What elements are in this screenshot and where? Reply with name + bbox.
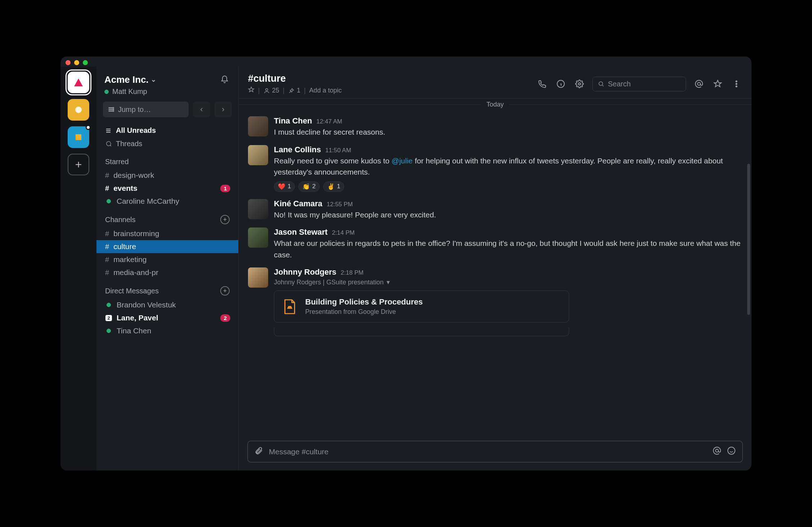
- sidebar-item-marketing[interactable]: # marketing: [96, 253, 238, 266]
- add-topic-link[interactable]: Add a topic: [309, 87, 342, 94]
- channel-title[interactable]: #culture: [248, 73, 342, 84]
- message[interactable]: Kiné Camara 12:55 PM No! It was my pleas…: [248, 195, 742, 224]
- attachment-meta[interactable]: Johnny Rodgers | GSuite presentation ▾: [274, 278, 742, 286]
- avatar[interactable]: [248, 267, 268, 288]
- presence-active-icon: [104, 90, 109, 94]
- window-minimize-button[interactable]: [74, 60, 79, 65]
- hash-icon: #: [105, 230, 109, 238]
- message[interactable]: Johnny Rodgers 2:18 PM Johnny Rodgers | …: [248, 264, 742, 340]
- avatar[interactable]: [248, 228, 268, 248]
- message-timestamp: 2:18 PM: [341, 269, 364, 276]
- sidebar-item-label: media-and-pr: [113, 268, 158, 277]
- scrollbar[interactable]: [747, 164, 750, 315]
- all-unreads-label: All Unreads: [116, 126, 156, 135]
- reaction-bar: ❤️1 👏2 ✌️1: [274, 181, 742, 192]
- message-list[interactable]: Tina Chen 12:47 AM I must decline for se…: [239, 111, 752, 437]
- message-text: What are our policies in regards to pets…: [274, 238, 742, 260]
- window-close-button[interactable]: [66, 60, 71, 65]
- composer-placeholder: Message #culture: [269, 447, 329, 456]
- message-author[interactable]: Johnny Rodgers: [274, 267, 337, 277]
- notifications-bell-icon[interactable]: [219, 74, 230, 85]
- workspace-tile-3[interactable]: [68, 126, 89, 148]
- reaction[interactable]: 👏2: [298, 181, 319, 192]
- section-dms-header[interactable]: Direct Messages +: [96, 279, 238, 298]
- message-author[interactable]: Jason Stewart: [274, 228, 328, 237]
- sidebar-item-design-work[interactable]: # design-work: [96, 169, 238, 182]
- sidebar-item-brainstorming[interactable]: # brainstorming: [96, 227, 238, 240]
- workspace-unread-dot: [86, 125, 91, 130]
- avatar[interactable]: [248, 199, 268, 219]
- sidebar-item-brandon[interactable]: Brandon Velestuk: [96, 298, 238, 311]
- settings-gear-icon[interactable]: [574, 78, 585, 90]
- starred-items-icon[interactable]: [712, 78, 723, 90]
- section-channels-header[interactable]: Channels +: [96, 208, 238, 227]
- hash-icon: #: [105, 243, 109, 251]
- message[interactable]: Lane Collins 11:50 AM Really need to giv…: [248, 141, 742, 195]
- svg-point-8: [113, 111, 114, 112]
- member-count[interactable]: 25: [263, 87, 279, 94]
- history-back-button[interactable]: ‹: [193, 102, 210, 117]
- date-divider-label: Today: [481, 101, 509, 108]
- message-composer[interactable]: Message #culture: [247, 441, 743, 463]
- avatar[interactable]: [248, 145, 268, 165]
- workspace-rail: +: [60, 67, 96, 470]
- section-channels-label: Channels: [105, 216, 136, 224]
- add-workspace-button[interactable]: +: [68, 154, 89, 175]
- workspace-name: Acme Inc.: [104, 74, 149, 85]
- pin-count-value: 1: [297, 87, 300, 94]
- more-actions-icon[interactable]: [731, 78, 742, 90]
- section-starred-header[interactable]: Starred: [96, 150, 238, 169]
- attach-file-icon[interactable]: [254, 446, 263, 457]
- emoji-icon[interactable]: [727, 446, 736, 457]
- threads-link[interactable]: Threads: [96, 137, 238, 150]
- caret-down-icon: ▾: [387, 278, 390, 286]
- sidebar-item-culture[interactable]: # culture: [96, 240, 238, 253]
- channel-pane: #culture | 25 | 1 |: [239, 67, 752, 470]
- reaction-emoji: ❤️: [278, 183, 285, 190]
- unread-badge: 1: [220, 185, 230, 192]
- attachment-title: Building Policies & Procedures: [305, 297, 423, 307]
- sidebar-item-tina[interactable]: Tina Chen: [96, 324, 238, 337]
- mention-link[interactable]: @julie: [392, 157, 413, 165]
- message-text: No! It was my pleasure! People are very …: [274, 209, 742, 221]
- titlebar: [60, 57, 752, 67]
- workspace-switcher[interactable]: Acme Inc. ⌄: [104, 74, 156, 85]
- call-icon[interactable]: [536, 78, 548, 90]
- mention-icon[interactable]: [713, 446, 721, 457]
- message-author[interactable]: Kiné Camara: [274, 199, 322, 208]
- sidebar-item-caroline[interactable]: Caroline McCarthy: [96, 195, 238, 208]
- sidebar-item-label: Tina Chen: [117, 326, 151, 335]
- pin-count[interactable]: 1: [288, 87, 300, 94]
- jump-to-input[interactable]: Jump to…: [103, 102, 189, 117]
- message-author[interactable]: Tina Chen: [274, 116, 312, 126]
- message-author[interactable]: Lane Collins: [274, 145, 321, 154]
- sidebar-item-events[interactable]: # events 1: [96, 182, 238, 195]
- avatar[interactable]: [248, 116, 268, 136]
- svg-marker-0: [74, 78, 83, 86]
- attachment-preview-placeholder: [274, 328, 569, 336]
- channel-star-icon[interactable]: [248, 86, 254, 95]
- history-forward-button[interactable]: ›: [215, 102, 232, 117]
- sidebar-item-lane-pavel[interactable]: 2 Lane, Pavel 2: [96, 311, 238, 324]
- add-dm-button[interactable]: +: [220, 286, 230, 296]
- threads-label: Threads: [116, 140, 142, 148]
- info-icon[interactable]: [555, 78, 567, 90]
- mentions-icon[interactable]: [693, 78, 705, 90]
- window-zoom-button[interactable]: [83, 60, 88, 65]
- attachment-card[interactable]: Building Policies & Procedures Presentat…: [274, 290, 569, 323]
- svg-point-14: [736, 81, 737, 82]
- add-channel-button[interactable]: +: [220, 215, 230, 224]
- workspace-tile-2[interactable]: [68, 99, 89, 121]
- sidebar-item-media-and-pr[interactable]: # media-and-pr: [96, 266, 238, 279]
- all-unreads-link[interactable]: All Unreads: [96, 124, 238, 137]
- dm-member-count: 2: [105, 315, 112, 321]
- workspace-tile-1[interactable]: [68, 72, 89, 93]
- message[interactable]: Tina Chen 12:47 AM I must decline for se…: [248, 113, 742, 141]
- reaction[interactable]: ❤️1: [274, 181, 295, 192]
- reaction[interactable]: ✌️1: [323, 181, 344, 192]
- search-placeholder: Search: [608, 80, 631, 88]
- search-input[interactable]: Search: [592, 77, 686, 91]
- current-user[interactable]: Matt Kump: [96, 87, 238, 102]
- message[interactable]: Jason Stewart 2:14 PM What are our polic…: [248, 224, 742, 264]
- reaction-count: 1: [288, 183, 291, 190]
